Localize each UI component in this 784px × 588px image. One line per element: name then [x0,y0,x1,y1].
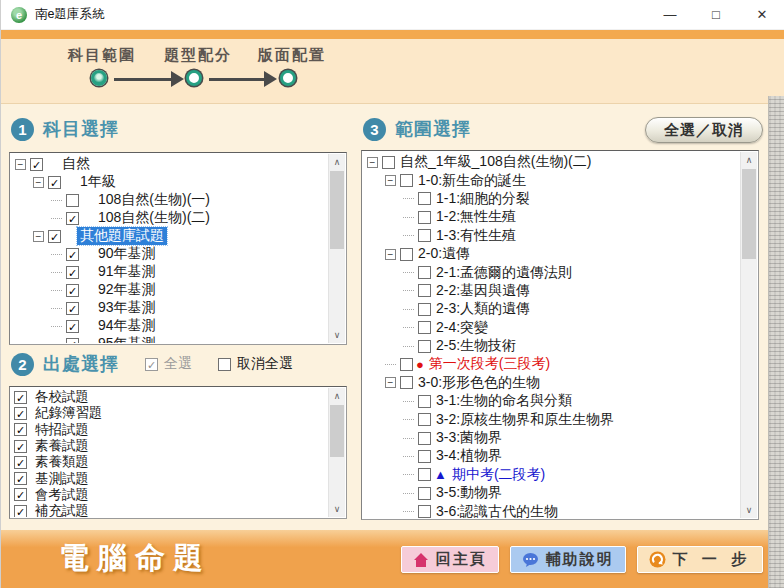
tree-row[interactable]: 1-2:無性生殖 [363,208,740,226]
tree-row[interactable]: −2-0:遺傳 [363,245,740,263]
tree-row[interactable]: 1-1:細胞的分裂 [363,190,740,208]
checkbox[interactable] [418,468,431,481]
checkbox[interactable]: ✓ [14,456,27,469]
tree-row[interactable]: 2-2:基因與遺傳 [363,282,740,300]
tree-label[interactable]: 90年基測 [95,245,159,263]
checkbox[interactable] [400,248,413,261]
tree-label[interactable]: 2-1:孟德爾的遺傳法則 [433,264,575,282]
collapse-expander-icon[interactable]: − [385,377,396,388]
tree-row[interactable]: 3-4:植物界 [363,447,740,465]
checkbox[interactable] [418,192,431,205]
tree-label[interactable]: 1-2:無性生殖 [433,208,519,226]
tree-label[interactable]: 3-4:植物界 [433,447,505,465]
checkbox[interactable]: ✓ [66,320,79,333]
checkbox[interactable] [418,266,431,279]
tree-row[interactable]: ✓90年基測 [11,245,328,263]
checkbox[interactable] [418,413,431,426]
tree-label[interactable]: 94年基測 [95,317,159,335]
checkbox[interactable] [418,284,431,297]
home-button[interactable]: 回主頁 [401,546,499,573]
tree-label[interactable]: 95年基測 [95,335,159,343]
list-item[interactable]: ✓基測試題 [11,470,328,486]
checkbox[interactable]: ✓ [48,176,61,189]
tree-label[interactable]: 3-2:原核生物界和原生生物界 [433,411,617,429]
checkbox[interactable]: ✓ [14,472,27,485]
checkbox[interactable] [418,395,431,408]
checkbox[interactable] [400,358,413,371]
tree-label[interactable]: 2-3:人類的遺傳 [433,300,533,318]
tree-label[interactable]: 108自然(生物)(一) [95,191,213,209]
collapse-expander-icon[interactable]: − [367,157,378,168]
subject-tree-scrollbar[interactable]: ∧ ∨ [328,154,345,343]
select-all-toggle-button[interactable]: 全選／取消 [645,117,763,143]
scrollbar-thumb[interactable] [742,169,756,259]
checkbox[interactable]: ✓ [14,488,27,501]
tree-label[interactable]: 1-3:有性生殖 [433,227,519,245]
deselect-all-checkbox[interactable]: 取消全選 [218,355,293,373]
scroll-down-icon[interactable]: ∨ [329,501,345,517]
tree-label[interactable]: 自然 [59,155,93,173]
checkbox[interactable] [418,505,431,518]
tree-label[interactable]: 91年基測 [95,263,159,281]
checkbox[interactable] [418,229,431,242]
tree-row[interactable]: −自然_1年級_108自然(生物)(二) [363,153,740,171]
deselect-all-label[interactable]: 取消全選 [237,355,293,373]
tree-row[interactable]: ✓91年基測 [11,263,328,281]
collapse-expander-icon[interactable]: − [33,231,44,242]
tree-row[interactable]: −✓1年級 [11,173,328,191]
tree-label[interactable]: 2-4:突變 [433,319,491,337]
tree-label[interactable]: 自然_1年級_108自然(生物)(二) [397,153,594,171]
tree-row[interactable]: ●第一次段考(三段考) [363,355,740,373]
scroll-up-icon[interactable]: ∧ [329,388,345,404]
checkbox[interactable]: ✓ [66,248,79,261]
checkbox[interactable]: ✓ [66,302,79,315]
tree-row[interactable]: −3-0:形形色色的生物 [363,374,740,392]
scroll-up-icon[interactable]: ∧ [329,154,345,170]
tree-row[interactable]: −✓自然 [11,155,328,173]
tree-row[interactable]: ✓95年基測 [11,335,328,343]
checkbox[interactable] [418,450,431,463]
tree-row[interactable]: −1-0:新生命的誕生 [363,171,740,189]
help-button[interactable]: 輔助說明 [510,546,626,573]
tree-row[interactable]: 2-4:突變 [363,319,740,337]
tree-row[interactable]: ✓94年基測 [11,317,328,335]
list-item-label[interactable]: 各校試題 [32,388,92,406]
tree-row[interactable]: 3-2:原核生物界和原生生物界 [363,410,740,428]
list-item-label[interactable]: 素養類題 [32,453,92,471]
next-step-button[interactable]: 下 一 步 [637,546,763,573]
tree-row[interactable]: 2-3:人類的遺傳 [363,300,740,318]
scroll-down-icon[interactable]: ∨ [741,502,757,518]
tree-label[interactable]: 93年基測 [95,299,159,317]
list-item-label[interactable]: 基測試題 [32,470,92,488]
tree-row[interactable]: ✓93年基測 [11,299,328,317]
list-item[interactable]: ✓素養類題 [11,454,328,470]
list-item[interactable]: ✓紀錄簿習題 [11,405,328,421]
tree-label[interactable]: 92年基測 [95,281,159,299]
tree-row[interactable]: ✓108自然(生物)(二) [11,209,328,227]
tree-label[interactable]: 3-0:形形色色的生物 [415,374,543,392]
tree-label[interactable]: 1-0:新生命的誕生 [415,172,529,190]
list-item[interactable]: ✓素養試題 [11,438,328,454]
list-item[interactable]: ✓會考試題 [11,487,328,503]
checkbox[interactable]: ✓ [66,266,79,279]
close-button[interactable]: ✕ [739,0,784,30]
source-list[interactable]: ✓各校試題✓紀錄簿習題✓特招試題✓素養試題✓素養類題✓基測試題✓會考試題✓補充試… [11,388,328,517]
tree-row[interactable]: 3-1:生物的命名與分類 [363,392,740,410]
list-item-label[interactable]: 特招試題 [32,421,92,439]
tree-row[interactable]: 108自然(生物)(一) [11,191,328,209]
checkbox[interactable] [418,321,431,334]
checkbox[interactable] [382,156,395,169]
tree-label[interactable]: 1-1:細胞的分裂 [433,190,533,208]
tree-row[interactable]: ▲期中考(二段考) [363,466,740,484]
tree-label[interactable]: 期中考(二段考) [449,466,548,484]
range-tree[interactable]: −自然_1年級_108自然(生物)(二)−1-0:新生命的誕生1-1:細胞的分裂… [363,152,740,518]
subject-tree[interactable]: −✓自然−✓1年級108自然(生物)(一)✓108自然(生物)(二)−✓其他題庫… [11,154,328,343]
collapse-expander-icon[interactable]: − [33,177,44,188]
checkbox[interactable]: ✓ [66,338,79,344]
scrollbar-thumb[interactable] [330,405,344,457]
select-all-checkbox[interactable]: ✓ 全選 [145,355,192,373]
list-item-label[interactable]: 紀錄簿習題 [32,404,106,422]
collapse-expander-icon[interactable]: − [385,249,396,260]
tree-row[interactable]: 3-3:菌物界 [363,429,740,447]
checkbox[interactable]: ✓ [66,284,79,297]
